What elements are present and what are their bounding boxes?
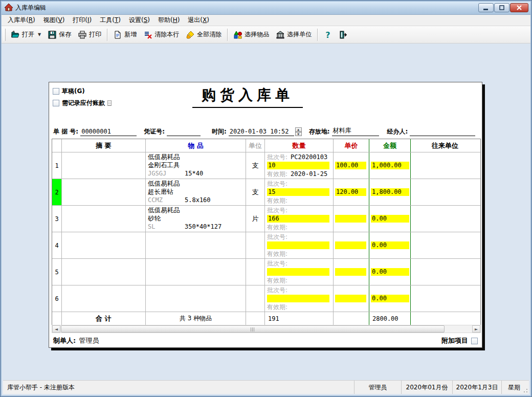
item-cell[interactable] <box>146 232 246 258</box>
item-cell[interactable]: 低值易耗品超长磨钻CCMZ5.8x160 <box>146 179 246 205</box>
summary-cell[interactable] <box>62 232 146 258</box>
voucher-field[interactable] <box>167 135 201 136</box>
counterpart-cell[interactable] <box>411 285 479 312</box>
row-number-cell[interactable]: 3 <box>52 206 62 232</box>
time-spinner[interactable]: ▲▼ <box>295 127 302 136</box>
resize-grip-icon[interactable] <box>522 387 528 393</box>
counterpart-cell[interactable] <box>411 206 479 232</box>
column-header[interactable]: 数量 <box>265 139 334 152</box>
price-input[interactable]: 120.00 <box>335 188 366 196</box>
price-cell <box>334 285 369 312</box>
amount-input[interactable]: 0.00 <box>371 241 409 249</box>
menu-item[interactable]: 帮助(H) <box>154 15 184 26</box>
column-header[interactable]: 金额 <box>369 139 411 152</box>
row-number-cell[interactable]: 1 <box>52 152 62 179</box>
column-header[interactable]: 物 品 <box>146 139 246 152</box>
row-number-cell[interactable]: 5 <box>52 259 62 285</box>
amount-input[interactable]: 0.00 <box>371 215 409 223</box>
menu-item[interactable]: 视图(V) <box>39 15 69 26</box>
amount-input[interactable]: 1,000.00 <box>371 162 409 169</box>
select-unit-icon <box>276 31 284 39</box>
menu-item[interactable]: 工具(T) <box>96 15 125 26</box>
horizontal-scrollbar[interactable]: ◄ ► <box>52 325 481 333</box>
save-button[interactable]: 保存 <box>45 28 75 41</box>
spin-down-icon[interactable]: ▼ <box>295 132 302 137</box>
item-cell[interactable] <box>146 259 246 285</box>
receipt-form-panel: 草稿(G) 需记录应付账款 购货入库单 单 据 号: 00000001 凭证号:… <box>49 82 482 348</box>
help-button[interactable]: ? <box>320 28 336 41</box>
item-cell[interactable]: 低值易耗品砂轮SL350*40*127 <box>146 206 246 232</box>
scroll-left-icon[interactable]: ◄ <box>52 325 60 333</box>
unit-cell[interactable]: 支 <box>246 179 265 205</box>
menu-item[interactable]: 入库单(R) <box>4 15 39 26</box>
amount-cell: 1,000.00 <box>369 152 411 179</box>
quantity-input[interactable]: 10 <box>267 162 329 169</box>
handler-field[interactable] <box>410 135 475 136</box>
quantity-input[interactable]: 166 <box>267 215 329 223</box>
total-quantity: 191 <box>265 312 334 325</box>
summary-cell[interactable] <box>62 179 146 205</box>
item-cell[interactable] <box>146 285 246 312</box>
item-cell[interactable]: 低值易耗品金刚石工具JGSGJ15*40 <box>146 152 246 179</box>
select-unit-button[interactable]: 选择单位 <box>273 28 315 41</box>
price-input[interactable]: 100.00 <box>335 162 366 169</box>
quantity-input[interactable] <box>267 241 329 249</box>
open-button[interactable]: 打开▼ <box>8 28 45 41</box>
voucher-label: 凭证号: <box>144 127 165 136</box>
price-input[interactable] <box>335 295 366 302</box>
menu-item[interactable]: 退出(X) <box>184 15 213 26</box>
spin-up-icon[interactable]: ▲ <box>295 127 302 132</box>
clear-row-button[interactable]: 清除本行 <box>140 28 183 41</box>
toolbar-separator <box>107 29 108 41</box>
row-number-cell[interactable]: 2 <box>52 179 62 205</box>
quantity-input[interactable] <box>267 295 329 302</box>
summary-cell[interactable] <box>62 259 146 285</box>
unit-cell[interactable]: 支 <box>246 152 265 179</box>
unit-cell[interactable]: 片 <box>246 206 265 232</box>
menu-item[interactable]: 设置(S) <box>125 15 154 26</box>
counterpart-cell[interactable] <box>411 179 479 205</box>
unit-cell[interactable] <box>246 259 265 285</box>
row-number-cell[interactable]: 6 <box>52 285 62 312</box>
extra-items-checkbox[interactable] <box>471 338 478 344</box>
price-input[interactable] <box>335 241 366 249</box>
counterpart-cell[interactable] <box>411 232 479 258</box>
print-button[interactable]: 打印 <box>75 28 105 41</box>
menu-item[interactable]: 打印(I) <box>69 15 96 26</box>
summary-cell[interactable] <box>62 206 146 232</box>
summary-cell[interactable] <box>62 285 146 312</box>
column-header[interactable]: 摘 要 <box>62 139 146 152</box>
minimize-button[interactable] <box>478 3 494 12</box>
open-folder-icon <box>11 31 19 39</box>
amount-input[interactable]: 0.00 <box>371 268 409 276</box>
amount-input[interactable]: 1,800.00 <box>371 188 409 196</box>
price-input[interactable] <box>335 215 366 223</box>
row-number-cell[interactable]: 4 <box>52 232 62 258</box>
price-input[interactable] <box>335 268 366 276</box>
quantity-input[interactable] <box>267 268 329 276</box>
clear-all-button[interactable]: 全部清除 <box>183 28 225 41</box>
amount-input[interactable]: 0.00 <box>371 295 409 302</box>
unit-cell[interactable] <box>246 285 265 312</box>
doc-no-field[interactable]: 00000001 <box>80 128 137 136</box>
scroll-right-icon[interactable]: ► <box>472 325 480 333</box>
exit-button[interactable] <box>336 28 351 41</box>
scrollbar-thumb[interactable] <box>61 325 445 333</box>
toolbar-grip[interactable] <box>4 29 6 41</box>
new-button[interactable]: 新增 <box>110 28 140 41</box>
counterpart-cell[interactable] <box>411 259 479 285</box>
close-button[interactable] <box>510 3 528 12</box>
select-item-button[interactable]: 选择物品 <box>230 28 273 41</box>
dropdown-arrow-icon[interactable]: ▼ <box>38 32 41 37</box>
column-header[interactable]: 单位 <box>246 139 265 152</box>
new-doc-icon <box>114 31 122 39</box>
quantity-input[interactable]: 15 <box>267 188 329 196</box>
column-header[interactable]: 往来单位 <box>411 139 479 152</box>
location-field[interactable]: 材料库 <box>332 126 379 136</box>
column-header[interactable]: 单价 <box>334 139 369 152</box>
unit-cell[interactable] <box>246 232 265 258</box>
time-field[interactable]: 2020-01-03 10:52 <box>229 128 294 136</box>
summary-cell[interactable] <box>62 152 146 179</box>
restore-button[interactable] <box>494 3 509 12</box>
counterpart-cell[interactable] <box>411 152 479 179</box>
